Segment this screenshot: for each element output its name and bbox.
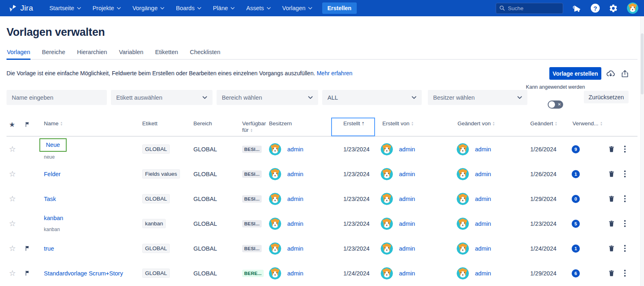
template-name-link[interactable]: Standardvorlage Scrum+Story — [44, 270, 123, 277]
nav-item-assets[interactable]: Assets — [241, 0, 277, 16]
header-name[interactable]: Name ▲▼ — [38, 118, 140, 127]
scope-filter-select[interactable]: Bereich wählen — [217, 90, 318, 105]
delete-trash-icon[interactable] — [608, 245, 615, 252]
owner-link[interactable]: admin — [287, 270, 304, 277]
tab-bereiche[interactable]: Bereiche — [41, 45, 65, 59]
creator-link[interactable]: admin — [399, 146, 415, 153]
tab-etiketten[interactable]: Etiketten — [155, 45, 178, 59]
delete-trash-icon[interactable] — [608, 195, 615, 203]
label-filter-select[interactable]: Etikett auswählen — [111, 90, 212, 105]
owner-link[interactable]: admin — [287, 245, 304, 252]
nav-item-vorgnge[interactable]: Vorgänge — [127, 0, 170, 16]
creator-link[interactable]: admin — [399, 245, 415, 252]
search-input[interactable] — [508, 5, 553, 11]
nav-item-boards[interactable]: Boards — [170, 0, 207, 16]
row-menu-kebab-icon[interactable] — [623, 219, 627, 228]
modifier-link[interactable]: admin — [475, 171, 491, 177]
row-menu-kebab-icon[interactable] — [623, 170, 627, 178]
name-filter-input[interactable] — [12, 94, 102, 101]
creator-link[interactable]: admin — [399, 171, 415, 177]
creator-link[interactable]: admin — [399, 196, 415, 202]
user-avatar[interactable] — [627, 2, 638, 14]
owner-link[interactable]: admin — [287, 221, 304, 227]
row-menu-kebab-icon[interactable] — [623, 194, 627, 203]
header-etikett[interactable]: Etikett — [140, 118, 191, 127]
bereich-value: GLOBAL — [193, 171, 217, 177]
favorite-star-icon[interactable]: ☆ — [7, 144, 16, 154]
header-verwendungen[interactable]: Verwend... ▲▼ — [567, 118, 601, 127]
header-verfuegbar-fuer[interactable]: Verfügbar für▲▼ — [240, 118, 265, 133]
template-name-link[interactable]: true — [44, 245, 54, 252]
flag-column-flag-icon[interactable] — [24, 118, 38, 128]
row-actions — [601, 244, 634, 253]
nav-item-vorlagen[interactable]: Vorlagen — [277, 0, 318, 16]
can-apply-toggle[interactable]: ✕ — [548, 100, 563, 109]
search-box[interactable] — [496, 3, 563, 14]
row-menu-kebab-icon[interactable] — [623, 145, 627, 153]
favorite-star-icon[interactable]: ☆ — [7, 219, 16, 228]
nav-item-startseite[interactable]: Startseite — [43, 0, 87, 16]
create-button[interactable]: Erstellen — [322, 2, 357, 14]
nav-item-plne[interactable]: Pläne — [207, 0, 241, 16]
modifier-link[interactable]: admin — [475, 221, 491, 227]
modifier-link[interactable]: admin — [475, 196, 491, 202]
sort-icon: ▲▼ — [492, 121, 495, 126]
tab-hierarchien[interactable]: Hierarchien — [76, 45, 107, 59]
create-template-button[interactable]: Vorlage erstellen — [549, 67, 601, 80]
settings-gear-icon[interactable] — [609, 4, 618, 13]
template-name-link[interactable]: Neue — [46, 142, 60, 148]
chevron-down-icon — [202, 96, 207, 99]
scrollbar-track[interactable] — [640, 16, 644, 286]
header-erstellt-von[interactable]: Erstellt von ▲▼ — [380, 118, 455, 127]
besitzer-cell: admin — [269, 168, 341, 180]
header-geaendert-von[interactable]: Geändert von ▲▼ — [455, 118, 526, 127]
header-erstellt[interactable]: Erstellt ▲▼ — [341, 118, 380, 127]
import-cloud-download-icon[interactable] — [606, 69, 616, 80]
tab-vorlagen[interactable]: Vorlagen — [7, 45, 30, 59]
template-name-link[interactable]: kanban — [44, 215, 63, 221]
header-geaendert[interactable]: Geändert ▲▼ — [526, 118, 567, 127]
owner-link[interactable]: admin — [287, 196, 304, 202]
learn-more-link[interactable]: Mehr erfahren — [317, 70, 352, 76]
modifier-link[interactable]: admin — [475, 146, 491, 153]
owner-link[interactable]: admin — [287, 171, 304, 177]
row-menu-kebab-icon[interactable] — [623, 269, 627, 277]
modifier-link[interactable]: admin — [475, 270, 491, 277]
favorite-star-icon[interactable]: ☆ — [7, 269, 16, 278]
template-name-link[interactable]: Felder — [44, 171, 61, 177]
help-icon[interactable]: ? — [591, 4, 600, 13]
announcements-icon[interactable] — [572, 3, 582, 13]
template-name-link[interactable]: Task — [44, 196, 56, 202]
chevron-down-icon — [308, 7, 312, 10]
dog-avatar — [381, 143, 393, 155]
besitzer-cell: admin — [269, 242, 341, 255]
creator-link[interactable]: admin — [399, 270, 415, 277]
nav-item-projekte[interactable]: Projekte — [87, 0, 127, 16]
favorite-star-icon[interactable]: ☆ — [7, 244, 16, 253]
delete-trash-icon[interactable] — [608, 269, 615, 277]
favorite-column-star-icon[interactable]: ★ — [7, 118, 24, 129]
delete-trash-icon[interactable] — [608, 145, 615, 153]
name-filter[interactable] — [7, 90, 107, 105]
delete-trash-icon[interactable] — [608, 220, 615, 227]
owner-filter-select[interactable]: Besitzer wählen — [428, 90, 527, 105]
scrollbar-thumb[interactable] — [641, 33, 644, 94]
header-besitzern[interactable]: Besitzern — [265, 118, 341, 127]
besitzer-cell: admin — [269, 218, 341, 230]
header-bereich[interactable]: Bereich — [191, 118, 240, 127]
type-filter-select[interactable]: ALL — [322, 90, 422, 105]
favorite-star-icon[interactable]: ☆ — [7, 169, 16, 179]
tab-checklisten[interactable]: Checklisten — [189, 45, 221, 59]
delete-trash-icon[interactable] — [608, 170, 615, 178]
reset-button[interactable]: Zurücksetzen — [584, 91, 629, 103]
creator-link[interactable]: admin — [399, 221, 415, 227]
erstellt-von-cell: admin — [381, 242, 455, 255]
jira-logo[interactable]: Jira — [8, 4, 33, 13]
modifier-link[interactable]: admin — [475, 245, 491, 252]
row-menu-kebab-icon[interactable] — [623, 244, 627, 253]
tab-variablen[interactable]: Variablen — [119, 45, 144, 59]
table-row: ☆ true GLOBAL GLOBAL BESI... admin 1/23/… — [7, 236, 637, 261]
favorite-star-icon[interactable]: ☆ — [7, 194, 16, 203]
export-share-icon[interactable] — [620, 69, 629, 80]
owner-link[interactable]: admin — [287, 146, 304, 153]
